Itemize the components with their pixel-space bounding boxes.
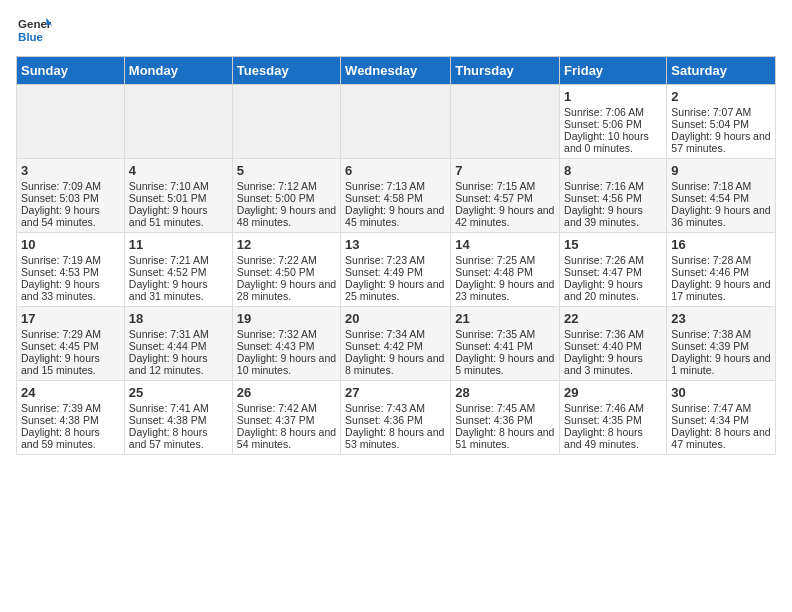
sunset-text: Sunset: 4:35 PM <box>564 414 642 426</box>
day-number: 5 <box>237 163 336 178</box>
logo-icon: General Blue <box>16 16 52 46</box>
daylight-text: Daylight: 8 hours and 57 minutes. <box>129 426 208 450</box>
daylight-text: Daylight: 9 hours and 36 minutes. <box>671 204 770 228</box>
day-number: 27 <box>345 385 446 400</box>
sunrise-text: Sunrise: 7:47 AM <box>671 402 751 414</box>
day-number: 16 <box>671 237 771 252</box>
daylight-text: Daylight: 9 hours and 25 minutes. <box>345 278 444 302</box>
day-number: 3 <box>21 163 120 178</box>
sunset-text: Sunset: 4:46 PM <box>671 266 749 278</box>
sunrise-text: Sunrise: 7:15 AM <box>455 180 535 192</box>
weekday-header: Sunday <box>17 57 125 85</box>
calendar-cell <box>451 85 560 159</box>
calendar-row: 10Sunrise: 7:19 AMSunset: 4:53 PMDayligh… <box>17 233 776 307</box>
sunset-text: Sunset: 4:58 PM <box>345 192 423 204</box>
daylight-text: Daylight: 9 hours and 51 minutes. <box>129 204 208 228</box>
calendar-cell: 17Sunrise: 7:29 AMSunset: 4:45 PMDayligh… <box>17 307 125 381</box>
calendar-cell: 24Sunrise: 7:39 AMSunset: 4:38 PMDayligh… <box>17 381 125 455</box>
day-number: 4 <box>129 163 228 178</box>
day-number: 1 <box>564 89 662 104</box>
day-number: 13 <box>345 237 446 252</box>
day-number: 17 <box>21 311 120 326</box>
sunrise-text: Sunrise: 7:26 AM <box>564 254 644 266</box>
sunrise-text: Sunrise: 7:35 AM <box>455 328 535 340</box>
day-number: 28 <box>455 385 555 400</box>
sunrise-text: Sunrise: 7:10 AM <box>129 180 209 192</box>
sunrise-text: Sunrise: 7:29 AM <box>21 328 101 340</box>
weekday-header-row: SundayMondayTuesdayWednesdayThursdayFrid… <box>17 57 776 85</box>
day-number: 21 <box>455 311 555 326</box>
sunrise-text: Sunrise: 7:18 AM <box>671 180 751 192</box>
calendar-cell: 6Sunrise: 7:13 AMSunset: 4:58 PMDaylight… <box>341 159 451 233</box>
day-number: 26 <box>237 385 336 400</box>
daylight-text: Daylight: 8 hours and 54 minutes. <box>237 426 336 450</box>
sunrise-text: Sunrise: 7:16 AM <box>564 180 644 192</box>
sunset-text: Sunset: 4:39 PM <box>671 340 749 352</box>
sunrise-text: Sunrise: 7:41 AM <box>129 402 209 414</box>
sunrise-text: Sunrise: 7:46 AM <box>564 402 644 414</box>
calendar-row: 24Sunrise: 7:39 AMSunset: 4:38 PMDayligh… <box>17 381 776 455</box>
sunrise-text: Sunrise: 7:19 AM <box>21 254 101 266</box>
sunset-text: Sunset: 4:48 PM <box>455 266 533 278</box>
day-number: 8 <box>564 163 662 178</box>
day-number: 20 <box>345 311 446 326</box>
sunrise-text: Sunrise: 7:36 AM <box>564 328 644 340</box>
calendar-cell: 19Sunrise: 7:32 AMSunset: 4:43 PMDayligh… <box>232 307 340 381</box>
weekday-header: Thursday <box>451 57 560 85</box>
sunset-text: Sunset: 5:00 PM <box>237 192 315 204</box>
day-number: 2 <box>671 89 771 104</box>
daylight-text: Daylight: 8 hours and 49 minutes. <box>564 426 643 450</box>
calendar-cell: 5Sunrise: 7:12 AMSunset: 5:00 PMDaylight… <box>232 159 340 233</box>
sunrise-text: Sunrise: 7:42 AM <box>237 402 317 414</box>
daylight-text: Daylight: 9 hours and 17 minutes. <box>671 278 770 302</box>
day-number: 12 <box>237 237 336 252</box>
calendar-cell <box>124 85 232 159</box>
day-number: 22 <box>564 311 662 326</box>
daylight-text: Daylight: 9 hours and 12 minutes. <box>129 352 208 376</box>
calendar-cell: 4Sunrise: 7:10 AMSunset: 5:01 PMDaylight… <box>124 159 232 233</box>
calendar-cell: 10Sunrise: 7:19 AMSunset: 4:53 PMDayligh… <box>17 233 125 307</box>
logo: General Blue <box>16 16 52 46</box>
sunset-text: Sunset: 4:56 PM <box>564 192 642 204</box>
daylight-text: Daylight: 8 hours and 47 minutes. <box>671 426 770 450</box>
daylight-text: Daylight: 9 hours and 33 minutes. <box>21 278 100 302</box>
sunset-text: Sunset: 4:43 PM <box>237 340 315 352</box>
daylight-text: Daylight: 9 hours and 39 minutes. <box>564 204 643 228</box>
calendar-cell: 26Sunrise: 7:42 AMSunset: 4:37 PMDayligh… <box>232 381 340 455</box>
calendar-row: 1Sunrise: 7:06 AMSunset: 5:06 PMDaylight… <box>17 85 776 159</box>
day-number: 14 <box>455 237 555 252</box>
calendar-cell: 28Sunrise: 7:45 AMSunset: 4:36 PMDayligh… <box>451 381 560 455</box>
daylight-text: Daylight: 10 hours and 0 minutes. <box>564 130 649 154</box>
calendar-row: 3Sunrise: 7:09 AMSunset: 5:03 PMDaylight… <box>17 159 776 233</box>
svg-text:Blue: Blue <box>18 31 43 43</box>
daylight-text: Daylight: 9 hours and 5 minutes. <box>455 352 554 376</box>
day-number: 15 <box>564 237 662 252</box>
sunset-text: Sunset: 4:57 PM <box>455 192 533 204</box>
sunrise-text: Sunrise: 7:22 AM <box>237 254 317 266</box>
calendar-cell: 30Sunrise: 7:47 AMSunset: 4:34 PMDayligh… <box>667 381 776 455</box>
day-number: 11 <box>129 237 228 252</box>
calendar-cell: 13Sunrise: 7:23 AMSunset: 4:49 PMDayligh… <box>341 233 451 307</box>
day-number: 7 <box>455 163 555 178</box>
calendar-cell: 25Sunrise: 7:41 AMSunset: 4:38 PMDayligh… <box>124 381 232 455</box>
calendar-cell <box>17 85 125 159</box>
sunrise-text: Sunrise: 7:32 AM <box>237 328 317 340</box>
calendar-cell: 18Sunrise: 7:31 AMSunset: 4:44 PMDayligh… <box>124 307 232 381</box>
calendar-cell <box>232 85 340 159</box>
sunrise-text: Sunrise: 7:43 AM <box>345 402 425 414</box>
sunrise-text: Sunrise: 7:28 AM <box>671 254 751 266</box>
calendar-cell: 8Sunrise: 7:16 AMSunset: 4:56 PMDaylight… <box>560 159 667 233</box>
daylight-text: Daylight: 9 hours and 57 minutes. <box>671 130 770 154</box>
weekday-header: Monday <box>124 57 232 85</box>
sunset-text: Sunset: 4:34 PM <box>671 414 749 426</box>
sunset-text: Sunset: 4:49 PM <box>345 266 423 278</box>
calendar-cell: 9Sunrise: 7:18 AMSunset: 4:54 PMDaylight… <box>667 159 776 233</box>
sunset-text: Sunset: 4:42 PM <box>345 340 423 352</box>
day-number: 24 <box>21 385 120 400</box>
sunrise-text: Sunrise: 7:13 AM <box>345 180 425 192</box>
calendar-cell: 22Sunrise: 7:36 AMSunset: 4:40 PMDayligh… <box>560 307 667 381</box>
sunset-text: Sunset: 4:44 PM <box>129 340 207 352</box>
day-number: 6 <box>345 163 446 178</box>
sunset-text: Sunset: 4:38 PM <box>129 414 207 426</box>
calendar-cell: 7Sunrise: 7:15 AMSunset: 4:57 PMDaylight… <box>451 159 560 233</box>
